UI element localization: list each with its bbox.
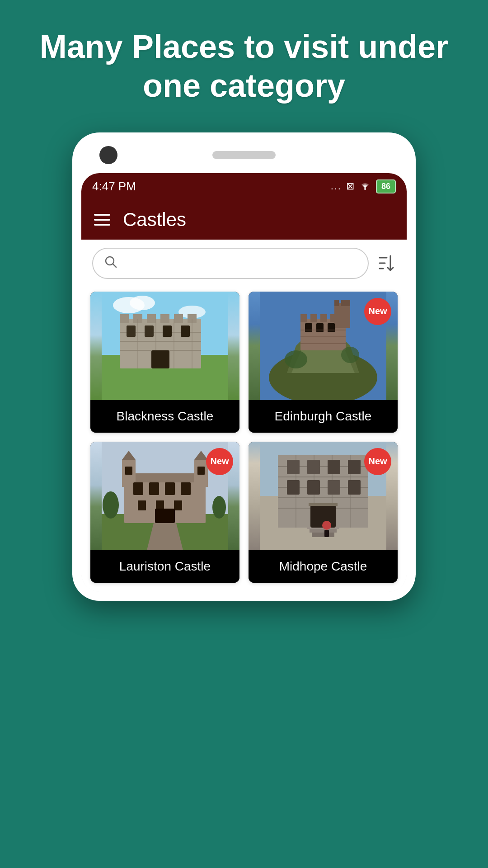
svg-rect-28 [181,326,190,337]
phone-mockup: 4:47 PM ... ⊠ 86 [72,132,416,601]
svg-rect-93 [307,480,320,495]
svg-rect-66 [181,482,191,495]
svg-rect-12 [120,314,129,323]
svg-point-50 [285,350,307,368]
page-header: Many Places to visit under one category [0,0,488,123]
castle-card-edinburgh[interactable]: New [249,292,398,433]
castle-card-blackness[interactable]: Blackness Castle [90,292,239,433]
svg-rect-67 [138,500,146,510]
search-bar[interactable] [92,248,369,279]
status-bar: 4:47 PM ... ⊠ 86 [81,173,407,200]
svg-point-71 [103,491,119,519]
blackness-castle-label: Blackness Castle [90,400,239,433]
svg-point-98 [322,521,331,530]
svg-rect-64 [149,482,159,495]
wifi-icon [359,180,371,193]
svg-rect-15 [160,314,169,323]
svg-rect-69 [174,500,182,510]
sim-icon: ⊠ [346,180,354,192]
svg-rect-45 [316,323,324,332]
search-icon [104,255,117,272]
svg-rect-92 [287,480,300,495]
svg-point-51 [341,347,359,363]
app-bar: Castles [81,200,407,240]
search-input[interactable] [124,256,357,270]
page-title: Many Places to visit under one category [36,27,452,105]
svg-point-0 [364,188,366,190]
svg-rect-91 [348,460,361,474]
svg-rect-16 [174,314,183,323]
svg-rect-61 [125,467,132,475]
svg-point-8 [130,296,155,310]
svg-rect-29 [151,350,169,368]
svg-rect-35 [300,314,307,322]
midhope-castle-image: New [249,442,398,550]
phone-camera [99,146,117,164]
app-bar-title: Castles [123,209,186,231]
svg-line-2 [113,264,116,267]
svg-rect-90 [328,460,340,474]
svg-rect-14 [147,314,156,323]
new-badge-midhope: New [364,448,391,475]
edinburgh-castle-label: Edinburgh Castle [249,400,398,433]
svg-rect-97 [309,503,338,506]
status-icons: ... ⊠ 86 [331,179,396,193]
status-dots: ... [331,180,342,192]
svg-rect-70 [155,509,175,523]
svg-rect-76 [310,529,337,533]
svg-rect-77 [312,533,334,537]
battery-indicator: 86 [376,179,396,193]
status-time: 4:47 PM [92,179,136,193]
castle-card-lauriston[interactable]: New [90,442,239,583]
search-area [81,240,407,287]
svg-rect-99 [324,530,329,537]
svg-rect-27 [163,326,172,337]
blackness-castle-image [90,292,239,400]
phone-screen: 4:47 PM ... ⊠ 86 [81,173,407,592]
new-badge-lauriston: New [206,448,233,475]
svg-rect-44 [305,323,312,332]
midhope-castle-label: Midhope Castle [249,550,398,583]
svg-rect-89 [307,460,320,474]
svg-rect-25 [127,326,136,337]
phone-speaker [212,151,276,159]
cards-grid: Blackness Castle New [81,287,407,592]
svg-rect-65 [165,482,175,495]
svg-rect-26 [145,326,154,337]
edinburgh-castle-image: New [249,292,398,400]
svg-rect-94 [328,480,340,495]
svg-rect-88 [287,460,300,474]
svg-rect-63 [133,482,143,495]
castle-card-midhope[interactable]: New [249,442,398,583]
lauriston-castle-label: Lauriston Castle [90,550,239,583]
svg-rect-40 [334,303,350,328]
phone-notch [81,142,407,173]
svg-rect-46 [328,323,335,332]
menu-button[interactable] [94,214,110,226]
svg-rect-36 [310,314,317,322]
svg-rect-41 [334,300,339,306]
lauriston-castle-image: New [90,442,239,550]
svg-point-72 [212,496,226,519]
svg-rect-43 [346,300,350,306]
new-badge-edinburgh: New [364,298,391,325]
svg-rect-62 [197,467,205,475]
svg-rect-37 [320,314,327,322]
svg-rect-95 [348,480,361,495]
svg-rect-42 [341,300,346,306]
sort-button[interactable] [376,253,396,273]
